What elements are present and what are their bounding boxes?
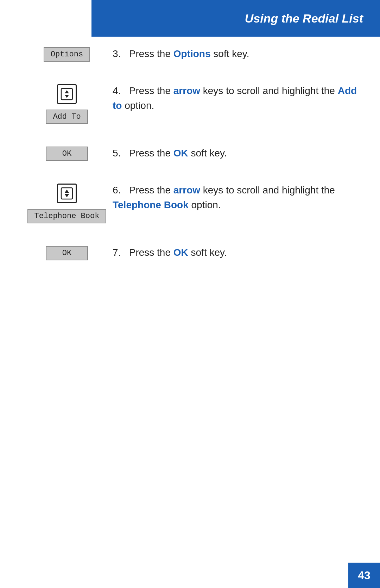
step-5-row: OK 5. Press the OK soft key. [21, 145, 359, 161]
step-7-number: 7. [113, 247, 126, 258]
svg-rect-3 [61, 188, 72, 199]
addto-button-image: Add To [46, 110, 88, 124]
arrow-icon [57, 84, 77, 104]
step-4-visual: Add To [21, 83, 113, 124]
step-6-highlight2: Telephone Book [113, 199, 189, 210]
telephone-book-button-image: Telephone Book [27, 209, 107, 223]
step-6-after: option. [189, 199, 221, 210]
step-6-text: 6. Press the arrow keys to scroll and hi… [113, 182, 359, 212]
page-title: Using the Redial List [245, 12, 363, 25]
svg-marker-2 [65, 95, 69, 98]
step-4-before: Press the [129, 85, 173, 96]
step-5-highlight1: OK [173, 148, 188, 159]
step-5-text: 5. Press the OK soft key. [113, 145, 359, 161]
step-3-row: Options 3. Press the Options soft key. [21, 46, 359, 62]
step-3-text: 3. Press the Options soft key. [113, 46, 359, 61]
svg-marker-5 [65, 194, 69, 197]
step-5-number: 5. [113, 148, 126, 159]
step-7-highlight1: OK [173, 247, 188, 258]
step-6-number: 6. [113, 185, 126, 196]
step-5-visual: OK [21, 145, 113, 161]
step-7-before: Press the [129, 247, 173, 258]
step-5-after: soft key. [188, 148, 227, 159]
step-7-text: 7. Press the OK soft key. [113, 245, 359, 260]
step-5-before: Press the [129, 148, 173, 159]
header-bar: Using the Redial List [91, 0, 380, 37]
step-4-text: 4. Press the arrow keys to scroll and hi… [113, 83, 359, 113]
content-area: Options 3. Press the Options soft key. A… [21, 46, 359, 281]
step-6-before: Press the [129, 185, 173, 196]
arrow-icon-2 [57, 184, 77, 203]
svg-marker-4 [65, 190, 69, 193]
step-3-after: soft key. [211, 48, 249, 59]
step-7-visual: OK [21, 245, 113, 260]
step-3-number: 3. [113, 48, 126, 59]
options-button-image: Options [44, 47, 90, 62]
step-6-visual: Telephone Book [21, 182, 113, 223]
step-4-highlight1: arrow [173, 85, 200, 96]
step-3-visual: Options [21, 46, 113, 62]
step-6-row: Telephone Book 6. Press the arrow keys t… [21, 182, 359, 223]
ok-button-image-1: OK [46, 147, 88, 161]
ok-button-image-2: OK [46, 246, 88, 260]
step-3-highlight1: Options [173, 48, 211, 59]
page-number-box: 43 [348, 563, 380, 588]
step-7-row: OK 7. Press the OK soft key. [21, 245, 359, 260]
step-6-highlight1: arrow [173, 185, 200, 196]
step-4-after: option. [122, 100, 154, 111]
step-4-middle: keys to scroll and highlight the [200, 85, 338, 96]
page-number: 43 [358, 569, 370, 582]
step-6-middle: keys to scroll and highlight the [200, 185, 335, 196]
step-4-number: 4. [113, 85, 126, 96]
step-7-after: soft key. [188, 247, 227, 258]
step-3-before: Press the [129, 48, 173, 59]
step-4-row: Add To 4. Press the arrow keys to scroll… [21, 83, 359, 124]
svg-marker-1 [65, 90, 69, 93]
svg-rect-0 [61, 88, 72, 100]
